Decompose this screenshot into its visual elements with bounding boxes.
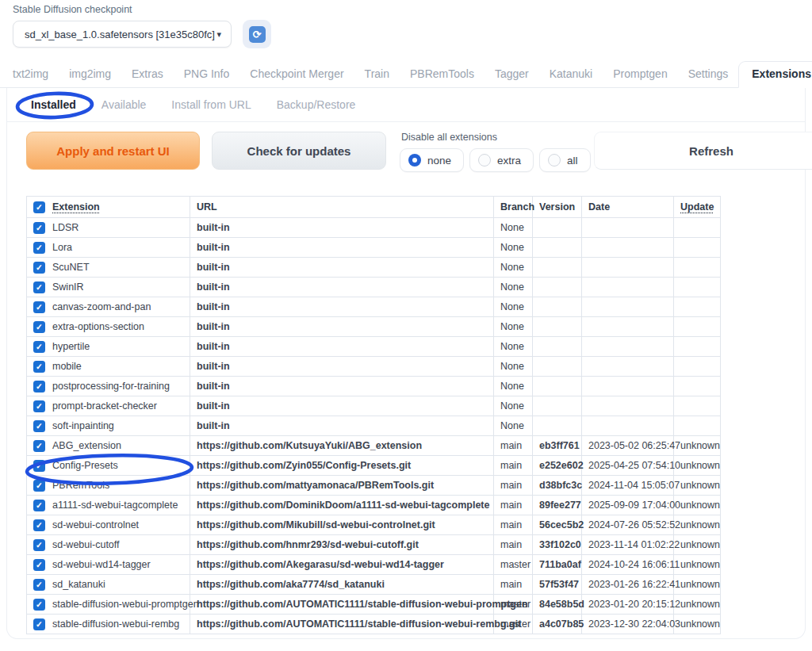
extension-checkbox[interactable]: ✓ <box>33 480 45 492</box>
col-header-extension[interactable]: ✓Extension <box>27 197 190 218</box>
extension-checkbox[interactable]: ✓ <box>33 361 45 373</box>
table-row: ✓a1111-sd-webui-tagcompletehttps://githu… <box>27 496 721 515</box>
extension-checkbox[interactable]: ✓ <box>33 341 45 353</box>
date-cell <box>582 416 674 436</box>
radio-unselected-icon <box>478 154 491 167</box>
extension-name-cell: ✓a1111-sd-webui-tagcomplete <box>33 500 183 511</box>
tab-promptgen[interactable]: Promptgen <box>603 62 677 87</box>
branch-cell: None <box>494 317 533 337</box>
extension-name: soft-inpainting <box>52 420 114 431</box>
tab-extensions[interactable]: Extensions <box>738 61 812 88</box>
marker-circle-icon <box>13 90 96 121</box>
extension-name-cell: ✓sd_katanuki <box>33 579 183 591</box>
extension-name: PBRemTools <box>52 480 109 491</box>
date-cell: 2025-09-09 17:04:00 <box>582 496 674 515</box>
tab-img2img[interactable]: img2img <box>59 62 121 87</box>
extension-cell: ✓sd_katanuki <box>27 575 190 595</box>
subtab-available[interactable]: Available <box>102 98 147 121</box>
tab-tagger[interactable]: Tagger <box>485 62 539 87</box>
extension-checkbox[interactable]: ✓ <box>33 579 45 591</box>
extension-checkbox[interactable]: ✓ <box>33 539 45 551</box>
tab-txt2img[interactable]: txt2img <box>2 62 59 87</box>
update-status-cell <box>674 297 721 317</box>
subtab-install-from-url[interactable]: Install from URL <box>171 98 251 121</box>
extension-checkbox[interactable]: ✓ <box>33 262 45 274</box>
extension-checkbox[interactable]: ✓ <box>33 222 45 234</box>
extension-name: stable-diffusion-webui-rembg <box>52 618 179 630</box>
extension-checkbox[interactable]: ✓ <box>33 460 45 472</box>
refresh-button[interactable]: Refresh <box>594 132 812 170</box>
extension-cell: ✓postprocessing-for-training <box>27 377 190 396</box>
table-row: ✓sd-webui-wd14-taggerhttps://github.com/… <box>27 555 721 575</box>
branch-cell: main <box>494 476 533 496</box>
extension-name-cell: ✓stable-diffusion-webui-promptgen <box>33 599 183 611</box>
extension-checkbox[interactable]: ✓ <box>33 301 45 313</box>
version-cell: 33f102c0 <box>533 535 582 555</box>
col-header-label: Date <box>588 201 610 213</box>
extension-checkbox[interactable]: ✓ <box>33 321 45 333</box>
table-row: ✓sd-webui-controlnethttps://github.com/M… <box>27 515 721 535</box>
extension-checkbox[interactable]: ✓ <box>33 440 45 452</box>
extension-checkbox[interactable]: ✓ <box>33 281 45 293</box>
url-cell: built-in <box>190 357 494 377</box>
main-tabs: txt2imgimg2imgExtrasPNG InfoCheckpoint M… <box>0 61 812 88</box>
extension-checkbox[interactable]: ✓ <box>33 381 45 393</box>
url-cell: built-in <box>190 416 494 436</box>
tab-png-info[interactable]: PNG Info <box>174 62 240 87</box>
table-row: ✓postprocessing-for-trainingbuilt-inNone <box>27 377 721 396</box>
col-header-label: Extension <box>52 201 100 213</box>
disable-option-all[interactable]: all <box>539 148 591 172</box>
date-cell: 2024-07-26 05:52:52 <box>582 515 674 535</box>
url-cell: built-in <box>190 337 494 357</box>
url-cell: built-in <box>190 238 494 258</box>
branch-cell: None <box>494 218 533 238</box>
extension-checkbox[interactable]: ✓ <box>33 519 45 531</box>
subtab-backup-restore[interactable]: Backup/Restore <box>277 98 356 121</box>
extension-name: Config-Presets <box>52 460 118 471</box>
date-cell <box>582 258 674 278</box>
extension-name-cell: ✓Config-Presets <box>33 460 183 472</box>
update-status-cell: unknown <box>674 595 721 615</box>
col-header-update[interactable]: Update <box>674 197 721 218</box>
checkpoint-dropdown[interactable]: sd_xl_base_1.0.safetensors [31e35c80fc] … <box>13 21 232 48</box>
url-cell: https://github.com/Zyin055/Config-Preset… <box>190 456 494 476</box>
subtab-installed[interactable]: Installed <box>31 98 76 121</box>
table-row: ✓PBRemToolshttps://github.com/mattyamona… <box>27 476 721 496</box>
select-all-checkbox[interactable]: ✓ <box>33 201 45 213</box>
checkpoint-refresh-button[interactable]: ⟳ <box>243 20 271 48</box>
extension-cell: ✓soft-inpainting <box>27 416 190 436</box>
extension-checkbox[interactable]: ✓ <box>33 559 45 571</box>
extension-name: hypertile <box>52 341 90 352</box>
url-cell: https://github.com/aka7774/sd_katanuki <box>190 575 494 595</box>
tab-checkpoint-merger[interactable]: Checkpoint Merger <box>239 62 354 87</box>
extension-checkbox[interactable]: ✓ <box>33 400 45 412</box>
tab-extras[interactable]: Extras <box>121 62 174 87</box>
tab-katanuki[interactable]: Katanuki <box>539 62 603 87</box>
extension-checkbox[interactable]: ✓ <box>33 500 45 511</box>
url-cell: https://github.com/KutsuyaYuki/ABG_exten… <box>190 436 494 456</box>
version-cell <box>533 377 582 396</box>
table-row: ✓extra-options-sectionbuilt-inNone <box>27 317 721 337</box>
check-updates-button[interactable]: Check for updates <box>212 132 386 170</box>
table-row: ✓ScuNETbuilt-inNone <box>27 258 721 278</box>
extension-checkbox[interactable]: ✓ <box>33 599 45 611</box>
extension-checkbox[interactable]: ✓ <box>33 618 45 630</box>
version-cell <box>533 297 582 317</box>
update-status-cell <box>674 357 721 377</box>
extension-cell: ✓a1111-sd-webui-tagcomplete <box>27 496 190 515</box>
extension-name: sd-webui-controlnet <box>52 519 139 530</box>
extension-name-cell: ✓extra-options-section <box>33 321 183 333</box>
url-cell: https://github.com/Akegarasu/sd-webui-wd… <box>190 555 494 575</box>
tab-settings[interactable]: Settings <box>678 62 739 87</box>
disable-option-none[interactable]: none <box>400 148 464 172</box>
apply-restart-button[interactable]: Apply and restart UI <box>26 132 200 170</box>
table-row: ✓prompt-bracket-checkerbuilt-inNone <box>27 396 721 416</box>
tab-pbremtools[interactable]: PBRemTools <box>400 62 485 87</box>
sub-tabs: InstalledAvailableInstall from URLBackup… <box>7 88 805 122</box>
disable-option-extra[interactable]: extra <box>469 148 534 172</box>
branch-cell: main <box>494 575 533 595</box>
url-cell: built-in <box>190 218 494 238</box>
extension-checkbox[interactable]: ✓ <box>33 420 45 432</box>
tab-train[interactable]: Train <box>354 62 400 87</box>
extension-checkbox[interactable]: ✓ <box>33 242 45 254</box>
